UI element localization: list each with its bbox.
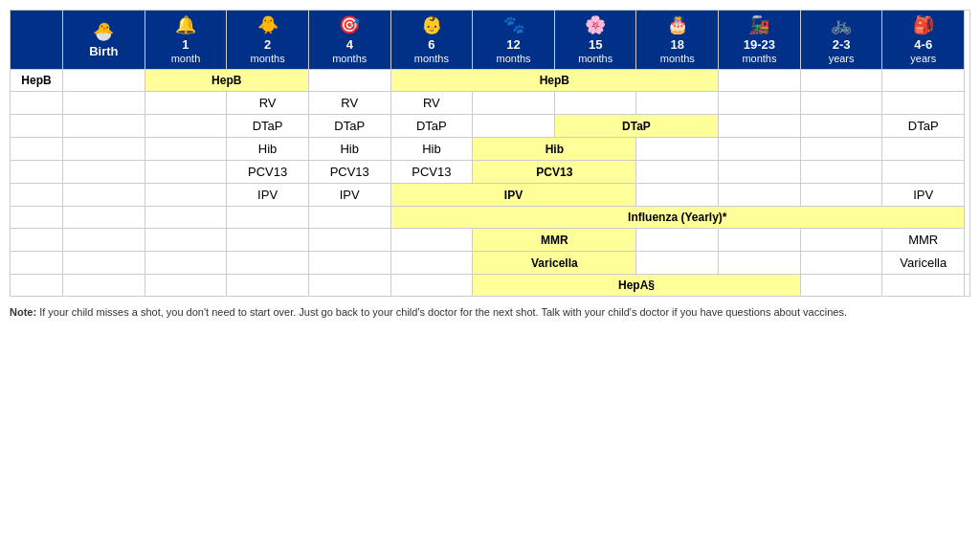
vaccine-cell: Varicella [473,252,636,275]
vaccine-cell [63,207,145,229]
row-label [11,92,63,115]
vaccine-cell [308,70,390,92]
vaccine-cell: Hib [473,138,636,161]
vaccine-cell [636,138,719,161]
vaccine-cell [719,138,801,161]
header-cell-4mo: 🎯 4 months [308,11,390,70]
vaccine-cell [882,161,965,184]
vaccine-cell [308,275,390,297]
table-row: MMRMMR [11,229,970,252]
vaccine-cell [719,92,801,115]
table-row: DTaPDTaPDTaPDTaPDTaP [11,115,970,138]
table-row: VaricellaVaricella [11,252,970,275]
row-label [11,207,63,229]
vaccine-cell [145,115,227,138]
header-icon-4mo: 🎯 [311,14,389,35]
vaccine-cell: RV [227,92,309,115]
vaccine-cell [800,184,882,207]
vaccine-cell [63,229,145,252]
header-icon-12mo: 🐾 [475,14,552,35]
age-label-birth: Birth [89,44,118,58]
vaccine-cell [63,184,145,207]
vaccine-cell [636,92,719,115]
vaccine-cell: PCV13 [390,161,473,184]
vaccine-cell [145,161,227,184]
header-icon-2mo: 🐥 [229,14,306,35]
vaccine-cell [554,92,636,115]
vaccine-cell: IPV [227,184,309,207]
vaccine-cell [636,229,719,252]
vaccine-cell: RV [308,92,390,115]
age-unit-15mo: months [578,53,612,64]
vaccine-cell: HepB [145,70,308,92]
vaccine-cell [145,138,227,161]
vaccine-cell [308,229,390,252]
vaccine-cell [63,92,145,115]
vaccine-cell [145,207,227,229]
vaccine-cell: DTaP [227,115,309,138]
vaccine-cell [145,184,227,207]
header-label-empty [11,11,63,70]
table-row: Influenza (Yearly)* [11,207,970,229]
table-row: HibHibHibHib [11,138,970,161]
vaccine-cell [145,229,227,252]
vaccine-cell: Hib [390,138,473,161]
header-cell-1mo: 🔔 1 month [145,11,227,70]
vaccine-schedule-table: 🐣 Birth 🔔 1 month🐥 2 months🎯 4 months👶 6… [10,10,970,297]
header-cell-6mo: 👶 6 months [390,11,473,70]
table-row: HepBHepBHepB [11,70,970,92]
header-icon-4-6y: 🎒 [884,14,962,35]
age-label-6mo: 6 [428,37,434,52]
header-cell-4-6y: 🎒 4-6 years [882,11,965,70]
vaccine-cell [800,70,882,92]
vaccine-cell: Hib [227,138,309,161]
table-row: HepA§ [11,275,970,297]
vaccine-cell: PCV13 [473,161,636,184]
vaccine-cell [63,252,145,275]
header-cell-12mo: 🐾 12 months [473,11,555,70]
row-label [11,184,63,207]
vaccine-cell [965,275,970,297]
header-cell-2-3y: 🚲 2-3 years [800,11,882,70]
vaccine-cell: MMR [882,229,965,252]
vaccine-cell [800,161,882,184]
age-label-15mo: 15 [589,37,602,52]
age-label-19-23mo: 19-23 [744,37,775,52]
vaccine-cell [473,92,555,115]
vaccine-cell: PCV13 [227,161,309,184]
vaccine-cell [63,275,145,297]
header-icon-1mo: 🔔 [147,14,225,35]
vaccine-cell [63,161,145,184]
vaccine-cell: Influenza (Yearly)* [390,207,964,229]
vaccine-cell: IPV [882,184,965,207]
vaccine-cell [145,92,227,115]
header-cell-19-23mo: 🚂 19-23 months [719,11,801,70]
vaccine-cell: HepB [390,70,719,92]
vaccine-cell [719,184,801,207]
age-label-18mo: 18 [671,37,684,52]
vaccine-cell: DTaP [554,115,718,138]
vaccine-cell: Hib [308,138,390,161]
header-icon-birth: 🐣 [65,21,143,42]
row-label [11,229,63,252]
row-label [11,161,63,184]
header-icon-2-3y: 🚲 [803,14,880,35]
row-label [11,252,63,275]
header-icon-15mo: 🌸 [557,14,635,35]
row-label [11,115,63,138]
row-label [11,138,63,161]
header-icon-18mo: 🎂 [638,14,716,35]
vaccine-cell: DTaP [882,115,965,138]
vaccine-cell [636,252,719,275]
vaccine-cell [145,275,227,297]
note-text: If your child misses a shot, you don't n… [39,306,847,318]
header-cell-2mo: 🐥 2 months [227,11,309,70]
vaccine-cell [63,70,145,92]
age-label-4-6y: 4-6 [914,37,932,52]
vaccine-cell [800,229,882,252]
age-label-2-3y: 2-3 [833,37,851,52]
vaccine-cell [227,252,309,275]
table-row: PCV13PCV13PCV13PCV13 [11,161,970,184]
vaccine-cell: DTaP [390,115,473,138]
vaccine-cell: MMR [473,229,636,252]
